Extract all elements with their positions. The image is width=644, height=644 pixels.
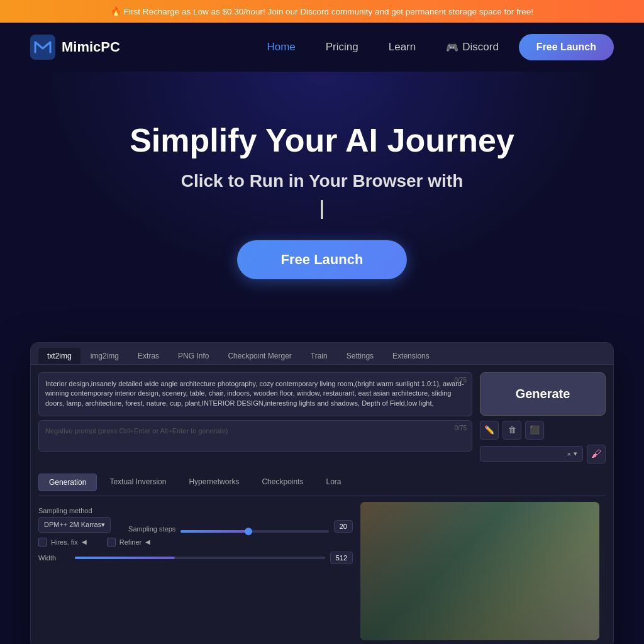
gen-dropdown[interactable]: × ▾: [480, 446, 583, 462]
svg-rect-15: [379, 552, 384, 602]
hires-fix-label: Hires. fix: [51, 538, 78, 546]
trash-icon: 🗑: [508, 425, 516, 435]
edit-icon-button[interactable]: ✏️: [480, 421, 499, 440]
steps-slider-thumb: [245, 528, 252, 535]
tab-extras[interactable]: Extras: [129, 348, 168, 364]
preview-scene: [360, 502, 599, 640]
refiner-arrow: ◀: [145, 538, 150, 545]
svg-rect-8: [467, 540, 480, 609]
steps-slider-fill: [180, 530, 247, 533]
svg-rect-10: [499, 546, 510, 609]
svg-rect-17: [360, 602, 599, 608]
sampling-method-item: Sampling method DPM++ 2M Karras ▾: [38, 507, 111, 533]
refiner-checkbox[interactable]: [107, 538, 116, 547]
screenshot-section: txt2img img2img Extras PNG Info Checkpoi…: [0, 317, 644, 644]
svg-rect-2: [360, 502, 599, 527]
free-launch-hero-button[interactable]: Free Launch: [237, 240, 408, 279]
positive-prompt-box[interactable]: Interior design,insanely detailed wide a…: [38, 372, 472, 416]
app-content: Interior design,insanely detailed wide a…: [31, 365, 613, 644]
app-preview-section: [360, 502, 606, 640]
navbar: MimicPC Home Pricing Learn 🎮 Discord Fre…: [0, 23, 644, 72]
svg-point-9: [458, 521, 489, 558]
nav-link-discord[interactable]: 🎮 Discord: [446, 41, 499, 53]
gen-tab-lora[interactable]: Lora: [316, 474, 352, 491]
app-bottom-row: Sampling method DPM++ 2M Karras ▾ Sampli…: [38, 502, 606, 640]
svg-point-11: [491, 528, 518, 564]
hero-cursor: |: [13, 197, 631, 218]
tab-train[interactable]: Train: [302, 348, 336, 364]
svg-rect-7: [461, 527, 599, 609]
logo-text: MimicPC: [62, 39, 120, 55]
app-tab-bar: txt2img img2img Extras PNG Info Checkpoi…: [31, 343, 613, 365]
app-top-row: Interior design,insanely detailed wide a…: [38, 372, 606, 464]
app-settings-section: Sampling method DPM++ 2M Karras ▾ Sampli…: [38, 502, 353, 640]
nav-link-pricing[interactable]: Pricing: [326, 41, 358, 53]
delete-icon-button[interactable]: 🗑: [502, 421, 521, 440]
hires-fix-arrow: ◀: [82, 538, 87, 545]
sampling-steps-value: 20: [334, 520, 353, 533]
nav-links: Home Pricing Learn 🎮 Discord: [267, 41, 498, 53]
tab-settings[interactable]: Settings: [338, 348, 382, 364]
hero-section: Simplify Your AI Journey Click to Run in…: [0, 72, 644, 317]
hero-subheading: Click to Run in Your Browser with: [13, 171, 631, 191]
hires-fix-checkbox[interactable]: [38, 538, 47, 547]
nav-link-learn[interactable]: Learn: [389, 41, 416, 53]
refiner-label: Refiner: [119, 538, 142, 546]
sampling-method-value: DPM++ 2M Karras: [44, 521, 101, 528]
width-row: Width 512: [38, 552, 353, 564]
negative-prompt-box[interactable]: Negative prompt (press Ctrl+Enter or Alt…: [38, 420, 472, 452]
nav-item-pricing[interactable]: Pricing: [326, 41, 358, 53]
tab-img2img[interactable]: img2img: [82, 348, 128, 364]
logo[interactable]: MimicPC: [30, 35, 120, 60]
width-value: 512: [330, 552, 353, 564]
svg-rect-0: [30, 35, 55, 60]
generation-tab-bar: Generation Textual Inversion Hypernetwor…: [38, 470, 606, 496]
banner-text: 🔥 First Recharge as Low as $0.30/hour! J…: [111, 7, 533, 16]
gen-tab-hypernetworks[interactable]: Hypernetworks: [179, 474, 249, 491]
steps-slider[interactable]: [180, 530, 328, 533]
width-label: Width: [38, 554, 70, 562]
sampling-row: Sampling method DPM++ 2M Karras ▾ Sampli…: [38, 502, 353, 538]
top-banner: 🔥 First Recharge as Low as $0.30/hour! J…: [0, 0, 644, 23]
gen-icon-row: ✏️ 🗑 ⬛: [480, 421, 606, 440]
free-launch-nav-button[interactable]: Free Launch: [519, 34, 614, 60]
nav-link-home[interactable]: Home: [267, 41, 295, 53]
negative-placeholder: Negative prompt (press Ctrl+Enter or Alt…: [45, 427, 228, 435]
select-arrow-icon: ▾: [101, 521, 105, 529]
dropdown-arrow: ▾: [574, 450, 577, 458]
sampling-method-select[interactable]: DPM++ 2M Karras ▾: [38, 517, 111, 533]
gen-tab-generation[interactable]: Generation: [38, 474, 97, 491]
width-slider[interactable]: [75, 557, 325, 559]
generate-button[interactable]: Generate: [480, 372, 606, 416]
block-icon-button[interactable]: ⬛: [525, 421, 544, 440]
logo-icon: [30, 35, 55, 60]
preview-image: [360, 502, 599, 640]
svg-rect-12: [530, 533, 544, 609]
paint-button[interactable]: 🖌: [587, 445, 606, 464]
width-slider-fill: [75, 557, 175, 559]
sampling-steps-label: Sampling steps: [128, 525, 175, 533]
tab-extensions[interactable]: Extensions: [384, 348, 438, 364]
discord-icon: 🎮: [446, 42, 458, 53]
gen-tab-checkpoints[interactable]: Checkpoints: [252, 474, 313, 491]
block-icon: ⬛: [530, 425, 540, 435]
hires-fix-item[interactable]: Hires. fix ◀: [38, 538, 87, 547]
dropdown-x: ×: [567, 450, 571, 458]
nav-item-learn[interactable]: Learn: [389, 41, 416, 53]
tab-txt2img[interactable]: txt2img: [38, 348, 80, 364]
tab-checkpoint-merger[interactable]: Checkpoint Merger: [219, 348, 300, 364]
svg-point-13: [519, 511, 555, 555]
prompt-count: 0/75: [455, 377, 467, 384]
tab-png-info[interactable]: PNG Info: [169, 348, 218, 364]
svg-rect-1: [360, 502, 599, 640]
steps-row: Sampling steps 20: [128, 517, 353, 533]
nav-item-discord[interactable]: 🎮 Discord: [446, 41, 499, 53]
nav-item-home[interactable]: Home: [267, 41, 295, 53]
refiner-item[interactable]: Refiner ◀: [107, 538, 150, 547]
gen-tab-textual-inversion[interactable]: Textual Inversion: [99, 474, 176, 491]
generate-panel: Generate ✏️ 🗑 ⬛ ×: [480, 372, 606, 464]
svg-rect-14: [360, 527, 461, 609]
hero-heading: Simplify Your AI Journey: [13, 122, 631, 160]
svg-rect-6: [360, 602, 599, 640]
sampling-method-label: Sampling method: [38, 507, 111, 514]
